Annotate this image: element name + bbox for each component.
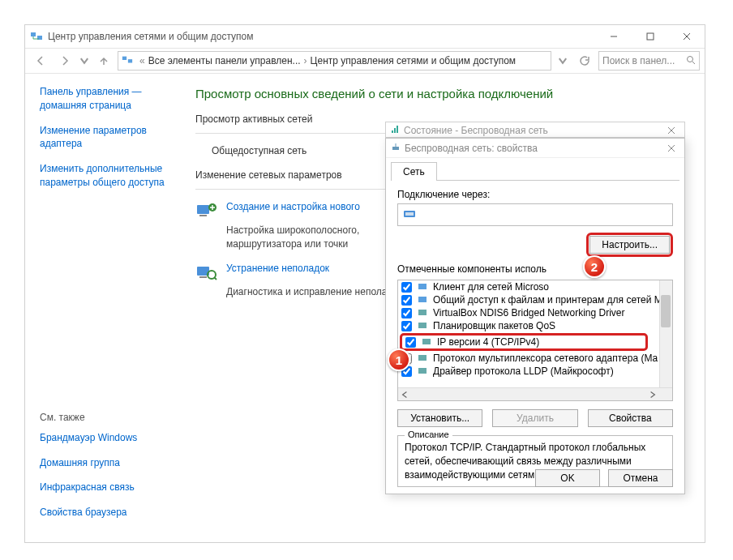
annotation-badge-1: 1 (388, 348, 410, 371)
minimize-button[interactable] (595, 25, 632, 48)
adapter-field[interactable] (397, 203, 673, 226)
svg-rect-11 (199, 215, 207, 216)
change-adapter-settings-link[interactable]: Изменение параметров адаптера (40, 124, 178, 152)
signal-icon (391, 124, 401, 136)
svg-rect-26 (405, 212, 414, 216)
close-icon[interactable] (662, 142, 681, 155)
component-label[interactable]: Общий доступ к файлам и принтерам для се… (433, 294, 664, 306)
nav-back-button[interactable] (30, 50, 51, 71)
list-item: Планировщик пакетов QoS (398, 319, 672, 332)
list-item: Общий доступ к файлам и принтерам для се… (398, 293, 672, 306)
configure-button[interactable]: Настроить... (589, 236, 670, 254)
list-item: Протокол мультиплексора сетевого адаптер… (398, 352, 672, 365)
client-icon (417, 281, 430, 293)
svg-rect-10 (197, 205, 209, 214)
new-connection-link[interactable]: Создание и настройка нового (226, 201, 360, 220)
nav-forward-button[interactable] (54, 50, 75, 71)
browser-props-link[interactable]: Свойства браузера (40, 506, 178, 519)
components-label: Отмеченные компоненты исполь (397, 263, 673, 275)
properties-button[interactable]: Свойства (588, 409, 673, 427)
svg-rect-22 (392, 147, 399, 150)
breadcrumb-path[interactable]: « Все элементы панели управлен... › Цент… (118, 51, 551, 71)
adapter-card-icon (403, 208, 418, 222)
homegroup-link[interactable]: Домашняя группа (40, 456, 178, 470)
svg-rect-7 (128, 59, 132, 62)
refresh-button[interactable] (574, 50, 595, 71)
close-button[interactable] (668, 25, 705, 48)
svg-rect-28 (418, 297, 427, 302)
svg-rect-30 (418, 323, 427, 328)
status-dialog-title: Состояние - Беспроводная сеть (404, 125, 548, 136)
path-dropdown[interactable] (555, 50, 571, 71)
svg-line-16 (214, 277, 216, 280)
adapter-icon (391, 142, 401, 154)
horizontal-scrollbar[interactable] (398, 387, 672, 400)
component-checkbox[interactable] (401, 308, 412, 318)
network-center-icon (30, 30, 43, 43)
chevron-right-icon: › (304, 55, 307, 66)
tab-network[interactable]: Сеть (391, 162, 437, 181)
troubleshoot-icon (195, 263, 218, 282)
firewall-link[interactable]: Брандмауэр Windows (40, 431, 178, 445)
svg-rect-29 (418, 310, 427, 315)
install-button[interactable]: Установить... (397, 409, 482, 427)
description-legend: Описание (405, 430, 452, 439)
remove-button[interactable]: Удалить (492, 409, 577, 427)
infrared-link[interactable]: Инфракрасная связь (40, 481, 178, 494)
protocol-icon (417, 353, 430, 364)
window-title: Центр управления сетями и общим доступом (48, 31, 254, 42)
component-checkbox[interactable] (401, 321, 412, 331)
component-label[interactable]: Планировщик пакетов QoS (433, 320, 555, 331)
svg-rect-27 (418, 284, 427, 289)
component-label[interactable]: Клиент для сетей Microso (433, 281, 549, 293)
component-checkbox[interactable] (401, 282, 412, 293)
search-icon (686, 55, 696, 67)
driver-icon (417, 307, 430, 318)
titlebar: Центр управления сетями и общим доступом (25, 25, 705, 48)
vertical-scrollbar[interactable] (659, 280, 672, 387)
svg-rect-32 (418, 355, 427, 361)
see-also-label: См. также (40, 412, 178, 423)
breadcrumb-seg[interactable]: Все элементы панели управлен... (148, 55, 301, 66)
component-checkbox[interactable] (401, 295, 412, 306)
svg-rect-19 (397, 126, 398, 133)
page-title: Просмотр основных сведений о сети и наст… (195, 87, 685, 100)
status-dialog: Состояние - Беспроводная сеть (385, 122, 685, 138)
svg-rect-6 (122, 56, 126, 59)
svg-rect-3 (647, 33, 654, 40)
scrollbar-thumb[interactable] (661, 295, 671, 327)
advanced-sharing-link[interactable]: Изменить дополнительные параметры общего… (40, 162, 178, 190)
component-label[interactable]: Драйвер протокола LLDP (Майкрософт) (433, 365, 614, 377)
chevron-icon: « (139, 55, 145, 66)
control-panel-home-link[interactable]: Панель управления — домашняя страница (40, 85, 178, 113)
connect-using-label: Подключение через: (397, 189, 673, 200)
component-label-ipv4[interactable]: IP версии 4 (TCP/IPv4) (437, 336, 539, 348)
svg-rect-18 (394, 128, 396, 133)
component-label[interactable]: Протокол мультиплексора сетевого адаптер… (433, 353, 658, 364)
new-connection-icon (195, 201, 218, 220)
nav-up-button[interactable] (93, 50, 114, 71)
cancel-button[interactable]: Отмена (608, 469, 673, 487)
recent-dropdown[interactable] (79, 50, 90, 71)
search-placeholder: Поиск в панел... (602, 55, 675, 66)
ok-button[interactable]: OK (535, 469, 600, 487)
protocol-icon (421, 336, 434, 348)
component-checkbox[interactable] (405, 337, 416, 348)
search-input[interactable]: Поиск в панел... (598, 51, 700, 71)
ipv4-highlight: IP версии 4 (TCP/IPv4) (400, 333, 648, 351)
list-item: VirtualBox NDIS6 Bridged Networking Driv… (398, 306, 672, 319)
list-item: Драйвер протокола LLDP (Майкрософт) (398, 365, 672, 378)
close-icon[interactable] (662, 124, 681, 137)
svg-rect-31 (422, 339, 431, 344)
svg-rect-33 (418, 368, 427, 374)
configure-highlight: Настроить... (586, 233, 673, 257)
component-label[interactable]: VirtualBox NDIS6 Bridged Networking Driv… (433, 307, 625, 318)
annotation-badge-2: 2 (583, 255, 606, 278)
breadcrumb-seg[interactable]: Центр управления сетями и общим доступом (311, 55, 517, 66)
svg-rect-0 (31, 32, 36, 36)
svg-rect-17 (392, 130, 393, 133)
maximize-button[interactable] (632, 25, 668, 48)
troubleshoot-link[interactable]: Устранение неполадок (226, 263, 329, 282)
list-item: Клиент для сетей Microso (398, 280, 672, 293)
svg-line-9 (692, 62, 695, 64)
